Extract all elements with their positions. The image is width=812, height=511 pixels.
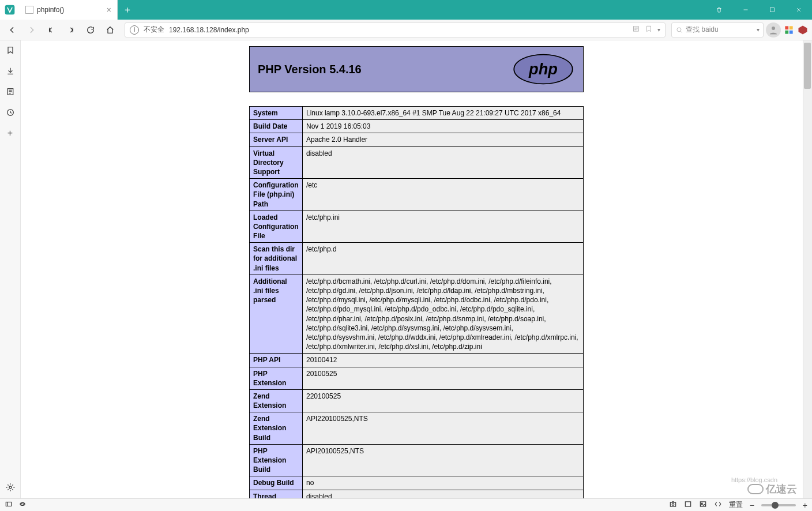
table-row: Build DateNov 1 2019 16:05:03 [250, 120, 584, 133]
address-bar[interactable]: i 不安全 192.168.18.128/index.php ▾ [125, 22, 666, 37]
table-row: Additional .ini files parsed/etc/php.d/b… [250, 275, 584, 354]
phpinfo-value: 20100525 [303, 367, 584, 389]
table-row: Configuration File (php.ini) Path/etc [250, 179, 584, 211]
home-button[interactable] [102, 21, 119, 39]
scrollbar[interactable] [803, 40, 812, 498]
svg-rect-5 [785, 26, 788, 29]
phpinfo-value: /etc [303, 179, 584, 211]
phpinfo-key: PHP Extension [250, 367, 303, 389]
brand-watermark-text: 亿速云 [766, 482, 797, 496]
reader-mode-icon[interactable] [632, 25, 640, 35]
phpinfo-value: /etc/php.ini [303, 211, 584, 243]
search-dropdown-icon[interactable]: ▾ [757, 27, 760, 33]
table-row: Server APIApache 2.0 Handler [250, 133, 584, 146]
back-button[interactable] [3, 21, 21, 39]
close-button[interactable] [785, 0, 812, 20]
phpinfo-value: 220100525 [303, 389, 584, 412]
address-dropdown-icon[interactable]: ▾ [657, 27, 660, 33]
page-content: PHP Version 5.4.16 php SystemLinux lamp … [21, 40, 812, 498]
capture-icon[interactable] [669, 500, 677, 510]
zoom-in-button[interactable]: + [803, 501, 807, 510]
url-text: 192.168.18.128/index.php [169, 26, 249, 34]
phpinfo-value: API20100525,NTS [303, 444, 584, 476]
zoom-reset-label[interactable]: 重置 [729, 500, 743, 510]
browser-tab[interactable]: phpinfo() × [20, 0, 118, 20]
svg-point-11 [9, 486, 12, 489]
search-box[interactable]: 查找 baidu ▾ [671, 22, 764, 37]
maximize-button[interactable] [759, 0, 785, 20]
table-row: Zend Extension220100525 [250, 389, 584, 412]
table-row: SystemLinux lamp 3.10.0-693.el7.x86_64 #… [250, 107, 584, 120]
svg-point-4 [772, 27, 775, 30]
phpinfo-header: PHP Version 5.4.16 php [249, 46, 584, 92]
new-tab-button[interactable]: ＋ [118, 0, 137, 20]
minimize-button[interactable] [732, 0, 759, 20]
phpinfo-key: System [250, 107, 303, 120]
svg-rect-16 [670, 502, 675, 506]
php-logo-icon: php [512, 52, 575, 86]
status-bar: 重置 − + [0, 498, 812, 511]
fast-forward-button[interactable] [62, 21, 80, 39]
rewind-button[interactable] [43, 21, 60, 39]
table-row: Thread Safetydisabled [250, 490, 584, 498]
table-row: Loaded Configuration File/etc/php.ini [250, 211, 584, 243]
phpinfo-value: disabled [303, 490, 584, 498]
scrollbar-thumb[interactable] [804, 43, 811, 89]
vivaldi-logo[interactable] [0, 0, 20, 20]
cloud-icon [747, 484, 764, 494]
phpinfo-key: Zend Extension Build [250, 412, 303, 445]
images-toggle-icon[interactable] [699, 500, 707, 510]
side-panel: + [0, 40, 21, 498]
tab-title: phpinfo() [37, 6, 64, 14]
add-panel-button[interactable]: + [5, 128, 16, 138]
panel-toggle-icon[interactable] [5, 500, 13, 510]
bookmarks-panel-icon[interactable] [5, 45, 16, 55]
site-info-icon[interactable]: i [130, 25, 139, 35]
svg-rect-19 [700, 502, 705, 506]
phpinfo-key: Additional .ini files parsed [250, 275, 303, 354]
trash-button[interactable] [706, 0, 732, 20]
zoom-out-button[interactable]: − [750, 501, 754, 510]
bookmark-icon[interactable] [645, 25, 653, 35]
svg-text:php: php [528, 60, 558, 78]
zoom-slider[interactable] [761, 504, 796, 506]
settings-panel-icon[interactable] [5, 482, 16, 493]
svg-rect-14 [6, 502, 11, 506]
phpinfo-value: no [303, 476, 584, 490]
table-row: PHP Extension20100525 [250, 367, 584, 389]
downloads-panel-icon[interactable] [5, 66, 16, 76]
notes-panel-icon[interactable] [5, 87, 16, 97]
reload-button[interactable] [82, 21, 99, 39]
phpinfo-table: SystemLinux lamp 3.10.0-693.el7.x86_64 #… [249, 106, 584, 498]
table-row: PHP API20100412 [250, 354, 584, 367]
phpinfo-key: Server API [250, 133, 303, 146]
tiling-icon[interactable] [684, 500, 692, 510]
phpinfo-value: Nov 1 2019 16:05:03 [303, 120, 584, 133]
zoom-slider-knob[interactable] [772, 502, 779, 509]
table-row: Debug Buildno [250, 476, 584, 490]
extension-icon-1[interactable] [783, 24, 795, 36]
forward-button[interactable] [23, 21, 40, 39]
phpinfo-key: Thread Safety [250, 490, 303, 498]
page-favicon-icon [25, 6, 33, 14]
profile-avatar[interactable] [766, 22, 781, 37]
window-controls [706, 0, 812, 20]
page-actions-icon[interactable] [714, 500, 722, 510]
phpinfo-value: /etc/php.d [303, 243, 584, 275]
phpinfo-key: Zend Extension [250, 389, 303, 412]
phpinfo-value: Apache 2.0 Handler [303, 133, 584, 146]
sync-icon[interactable] [18, 500, 27, 510]
phpinfo-key: Debug Build [250, 476, 303, 490]
extension-icon-2[interactable] [797, 24, 809, 36]
tab-close-icon[interactable]: × [107, 5, 111, 14]
table-row: Zend Extension BuildAPI220100525,NTS [250, 412, 584, 445]
phpinfo-key: Configuration File (php.ini) Path [250, 179, 303, 211]
php-version-title: PHP Version 5.4.16 [258, 63, 362, 76]
phpinfo-value: Linux lamp 3.10.0-693.el7.x86_64 #1 SMP … [303, 107, 584, 120]
svg-rect-8 [790, 30, 793, 33]
svg-rect-7 [785, 30, 788, 33]
phpinfo-key: PHP Extension Build [250, 444, 303, 476]
history-panel-icon[interactable] [5, 107, 16, 118]
table-row: Virtual Directory Supportdisabled [250, 146, 584, 179]
phpinfo-key: Scan this dir for additional .ini files [250, 243, 303, 275]
